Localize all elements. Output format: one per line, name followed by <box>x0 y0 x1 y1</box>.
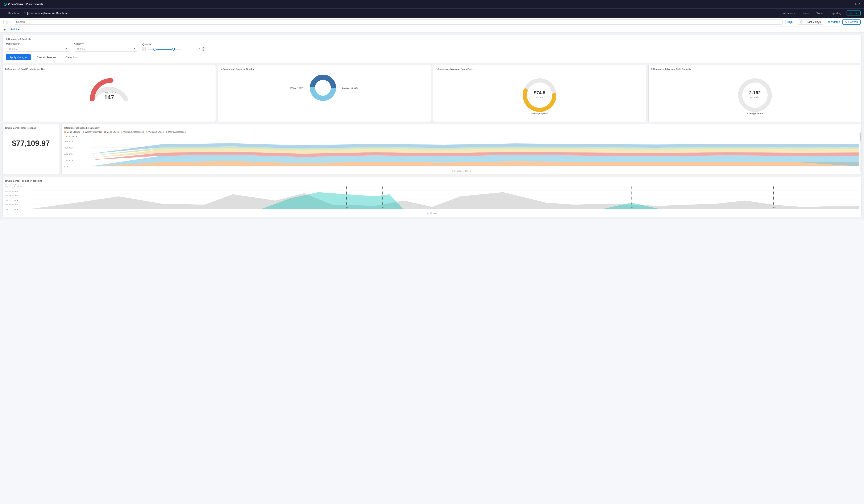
dashboard-content: [eCommerce] Controls Manufacturer Select… <box>0 33 864 219</box>
avg-price-donut: $74.5 per order <box>521 76 559 114</box>
svg-text:$900: $900 <box>5 190 18 192</box>
opensearch-icon: ⊙ <box>3 2 7 7</box>
top-panels-row: [eCommerce] Sold Products per Day Trxns … <box>2 65 862 122</box>
svg-text:$300: $300 <box>5 204 18 206</box>
svg-text:$500: $500 <box>5 199 18 201</box>
total-revenue-panel: [eCommerce] Total Revenue $77,109.97 <box>2 124 59 175</box>
avg-price-title: [eCommerce] Average Sales Price <box>436 68 644 70</box>
legend-mens-accessories: Men's Accessories <box>166 131 186 133</box>
show-dates-button[interactable]: Show dates <box>826 20 840 24</box>
legend-dot-womens-shoes <box>146 131 147 133</box>
edit-button[interactable]: ✏ Edit <box>847 11 861 16</box>
legend-dot-mens-clothing <box>64 131 66 133</box>
svg-text:2023-10-01 12:00: 2023-10-01 12:00 <box>512 211 551 211</box>
promotion-tracking-title: [eCommerce] Promotion Tracking <box>5 180 859 182</box>
svg-text:2023-09-27 12:00: 2023-09-27 12:00 <box>11 211 50 211</box>
manufacturer-select[interactable]: Select... ▾ <box>6 46 69 52</box>
svg-text:2.162: 2.162 <box>749 90 760 95</box>
slider-thumb-right[interactable] <box>172 48 175 51</box>
breadcrumb-parent[interactable]: Dashboard <box>8 12 22 15</box>
time-picker[interactable]: 🕐 ▾ Last 7 days <box>797 19 823 25</box>
full-screen-button[interactable]: Full screen <box>780 11 797 15</box>
nav-actions: Full screen Share Clone Reporting ✏ Edit <box>780 11 861 16</box>
hamburger-menu-icon[interactable]: ☰ <box>3 11 6 15</box>
manufacturer-control: Manufacturer Select... ▾ <box>6 42 69 52</box>
app-logo: ⊙ OpenSearch Dashboards <box>3 2 43 7</box>
svg-text:⚑: ⚑ <box>772 207 776 209</box>
avg-price-bottom-label: average spend <box>531 112 548 115</box>
sales-category-x-label: order_date per 3 hours <box>64 170 859 172</box>
svg-text:0: 0 <box>64 166 69 168</box>
svg-text:2023-10-01 00:00: 2023-10-01 00:00 <box>448 211 487 211</box>
sales-category-chart: 0 20 40 60 80 100 <box>64 135 859 169</box>
female-label: FEMALE (51.11%) <box>341 87 358 89</box>
time-range-label: Last 7 days <box>807 20 821 24</box>
qty-up-left[interactable]: ▲ <box>142 47 146 49</box>
search-input[interactable] <box>16 20 780 24</box>
manufacturer-chevron-icon: ▾ <box>65 47 67 50</box>
add-filter-button[interactable]: + Add filter <box>9 28 20 31</box>
svg-marker-53 <box>30 192 859 209</box>
svg-text:$700: $700 <box>5 195 18 197</box>
svg-text:$100: $100 <box>5 209 18 210</box>
svg-text:per order: per order <box>535 96 544 98</box>
svg-text:⚑: ⚑ <box>345 207 349 209</box>
chart-scrollbar[interactable] <box>860 133 861 172</box>
reporting-button[interactable]: Reporting <box>828 11 843 15</box>
svg-text:2023-10-02 12:00: 2023-10-02 12:00 <box>640 211 679 211</box>
search-bar: 📄 ▾ DQL 🕐 ▾ Last 7 days Show dates ↻ Ref… <box>0 17 864 26</box>
svg-text:2023-09-30 12:00: 2023-09-30 12:00 <box>384 211 423 211</box>
promotion-tracking-chart: $100 $300 $500 $700 $900 $1,100 $1,300 ⚑ <box>5 184 859 211</box>
avg-sold-qty-panel: [eCommerce] Average Sold Quantity 2.162 … <box>648 65 862 122</box>
scrollbar-thumb[interactable] <box>860 133 861 141</box>
svg-text:2023-10-03 12:00: 2023-10-03 12:00 <box>768 211 807 211</box>
sales-category-title: [eCommerce] Sales by Category <box>64 127 859 129</box>
quantity-slider[interactable] <box>147 49 197 50</box>
cancel-changes-button[interactable]: Cancel changes <box>33 54 59 60</box>
app-name: OpenSearch Dashboards <box>8 2 43 6</box>
svg-text:2023-09-29 12:00: 2023-09-29 12:00 <box>263 211 302 211</box>
breadcrumb-separator: / <box>24 12 25 15</box>
svg-text:2023-09-28 12:00: 2023-09-28 12:00 <box>135 211 174 211</box>
dql-button[interactable]: DQL <box>785 20 795 24</box>
settings-icon[interactable]: ⚙ <box>858 3 861 6</box>
clear-form-button[interactable]: Clear form <box>62 54 82 60</box>
help-icon[interactable]: ⊕ <box>854 3 857 6</box>
qty-up-right[interactable]: ▲ <box>202 47 205 49</box>
apply-changes-button[interactable]: Apply changes <box>6 54 31 60</box>
share-button[interactable]: Share <box>800 11 811 15</box>
avg-qty-title: [eCommerce] Average Sold Quantity <box>651 68 859 70</box>
controls-actions: Apply changes Cancel changes Clear form <box>6 54 858 60</box>
total-revenue-title: [eCommerce] Total Revenue <box>5 127 57 129</box>
search-type-arrow[interactable]: ▾ <box>9 21 10 23</box>
svg-text:2023-10-03 00:00: 2023-10-03 00:00 <box>704 211 743 211</box>
promotion-tracking-panel: [eCommerce] Promotion Tracking $100 $300… <box>2 177 862 217</box>
quantity-spinner-right[interactable]: ▲ ▼ <box>202 47 205 51</box>
svg-text:2023-10-04 00:00: 2023-10-04 00:00 <box>828 211 859 211</box>
clone-button[interactable]: Clone <box>814 11 825 15</box>
quantity-min-value: 2 <box>199 46 200 49</box>
category-control: Category Select... ▾ <box>74 42 137 52</box>
refresh-button[interactable]: ↻ Refresh <box>842 19 861 25</box>
legend-womens-accessories: Women's Accessories <box>121 131 144 133</box>
filter-icon: ⊕ <box>3 28 6 31</box>
time-picker-arrow: ▾ <box>805 21 806 23</box>
svg-text:per order: per order <box>750 96 759 98</box>
svg-text:$1,100: $1,100 <box>5 186 23 188</box>
legend-womens-clothing: Women's Clothing <box>83 131 102 133</box>
legend-womens-shoes: Women's Shoes <box>146 131 164 133</box>
category-select[interactable]: Select... ▾ <box>74 46 137 52</box>
category-chevron-icon: ▾ <box>134 47 135 50</box>
svg-text:40: 40 <box>64 153 73 155</box>
quantity-spinner-left[interactable]: ▲ ▼ <box>142 47 146 51</box>
breadcrumb-current: [eCommerce] Revenue Dashboard <box>27 12 69 15</box>
qty-down-right[interactable]: ▼ <box>202 49 205 51</box>
donut-svg <box>309 74 337 101</box>
controls-panel: [eCommerce] Controls Manufacturer Select… <box>2 35 862 63</box>
svg-text:$74.5: $74.5 <box>534 90 545 95</box>
search-input-wrapper[interactable] <box>14 19 783 25</box>
slider-thumb-left[interactable] <box>153 48 156 51</box>
gauge-value: 147 <box>102 94 116 101</box>
qty-down-left[interactable]: ▼ <box>142 49 146 51</box>
avg-qty-donut: 2.162 per order <box>736 76 774 114</box>
